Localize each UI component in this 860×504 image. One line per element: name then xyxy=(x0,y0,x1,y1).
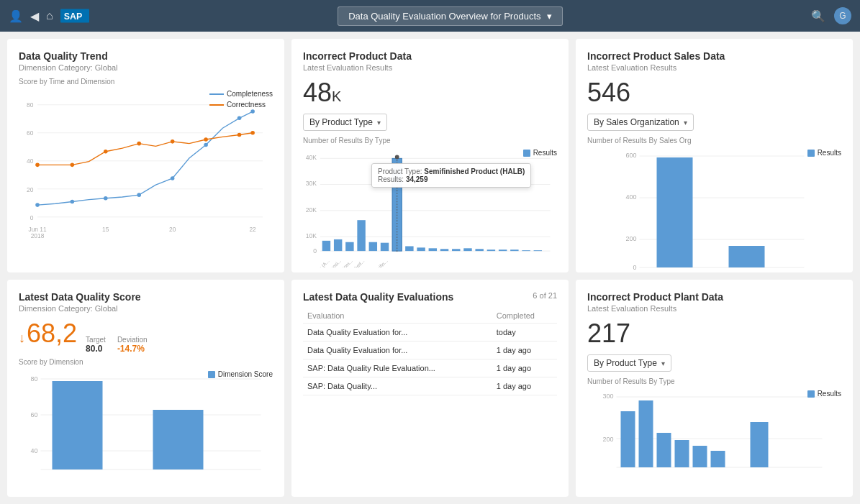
table-row[interactable]: SAP: Data Quality... 1 day ago xyxy=(303,377,557,395)
svg-rect-46 xyxy=(357,220,365,251)
card-incorrect-product: Incorrect Product Data Latest Evaluation… xyxy=(291,39,569,272)
eval-completed-1: today xyxy=(492,324,557,342)
svg-rect-98 xyxy=(657,433,671,467)
table-row[interactable]: SAP: Data Quality Rule Evaluation... 1 d… xyxy=(303,359,557,377)
table-row[interactable]: Data Quality Evaluation for... 1 day ago xyxy=(303,342,557,359)
plant-legend: Results xyxy=(807,390,841,398)
correctness-line xyxy=(209,104,224,106)
trend-title: Data Quality Trend xyxy=(19,50,273,62)
eval-completed-2: 1 day ago xyxy=(492,342,557,359)
table-row[interactable]: Data Quality Evaluation for... today xyxy=(303,324,557,342)
svg-rect-89 xyxy=(53,381,103,469)
svg-rect-96 xyxy=(621,411,635,467)
legend-completeness: Completeness xyxy=(209,90,273,98)
incorrect-sales-title: Incorrect Product Sales Data xyxy=(587,50,841,62)
eval-completed-4: 1 day ago xyxy=(492,377,557,395)
quality-score-title: Latest Data Quality Score xyxy=(19,291,273,303)
incorrect-product-value: 48K xyxy=(303,78,557,108)
incorrect-plant-value: 217 xyxy=(587,319,841,349)
svg-rect-60 xyxy=(487,249,495,251)
svg-point-14 xyxy=(104,196,108,201)
target-label: Target xyxy=(86,336,106,344)
quality-score-value-row: ↓ 68,2 Target 80.0 Deviation -14.7% xyxy=(19,319,273,354)
svg-rect-57 xyxy=(452,249,460,251)
trend-subtitle: Dimension Category: Global xyxy=(19,63,273,72)
user-avatar-icon[interactable]: G xyxy=(834,7,851,24)
svg-text:MDG Sales Org. 0002: MDG Sales Org. 0002 xyxy=(718,272,775,272)
svg-rect-44 xyxy=(334,239,342,251)
completeness-label: Completeness xyxy=(227,90,273,98)
svg-text:0: 0 xyxy=(633,264,636,271)
incorrect-sales-subtitle: Latest Evaluation Results xyxy=(587,63,841,72)
product-type-dropdown[interactable]: By Product Type ▾ xyxy=(303,114,387,131)
svg-text:15: 15 xyxy=(102,226,109,233)
svg-text:0: 0 xyxy=(30,214,34,221)
svg-text:200: 200 xyxy=(625,235,636,242)
quality-score-chart: Dimension Score 80 60 40 xyxy=(19,370,273,485)
svg-point-52 xyxy=(395,155,399,160)
sales-dropdown-label: By Sales Organization xyxy=(594,117,679,127)
correctness-label: Correctness xyxy=(227,101,266,109)
svg-text:30K: 30K xyxy=(306,180,317,187)
svg-rect-47 xyxy=(369,242,377,251)
tooltip-type-label: Product Type: Semifinished Product (HALB… xyxy=(378,168,525,175)
plant-bar-svg: 300 200 xyxy=(587,390,841,480)
svg-rect-97 xyxy=(639,400,653,467)
svg-text:SAP: SAP xyxy=(63,12,81,22)
svg-rect-59 xyxy=(475,249,483,251)
trend-legend: Completeness Correctness xyxy=(209,90,273,109)
tooltip-label: Product Type: xyxy=(378,168,424,175)
card-trend: Data Quality Trend Dimension Category: G… xyxy=(7,39,284,272)
svg-text:0: 0 xyxy=(313,247,317,255)
header-nav-icons: 👤 ◀ ⌂ SAP xyxy=(9,9,89,23)
col-evaluation: Evaluation xyxy=(303,308,492,324)
plant-dropdown-arrow-icon: ▾ xyxy=(661,359,665,367)
card-evaluations: Latest Data Quality Evaluations 6 of 21 … xyxy=(291,280,569,497)
plant-bar-chart: Results 300 200 xyxy=(587,390,841,483)
svg-point-17 xyxy=(204,143,208,147)
svg-point-21 xyxy=(71,163,75,168)
product-chart-label: Number of Results By Type xyxy=(303,137,557,145)
eval-name-1: Data Quality Evaluation for... xyxy=(303,324,492,342)
header-title-button[interactable]: Data Quality Evaluation Overview for Pro… xyxy=(338,6,562,26)
quality-score-legend: Dimension Score xyxy=(208,370,273,378)
svg-text:40: 40 xyxy=(30,447,37,454)
svg-point-13 xyxy=(71,200,75,204)
svg-point-22 xyxy=(104,150,108,154)
svg-rect-101 xyxy=(711,451,725,467)
svg-rect-62 xyxy=(510,249,518,251)
col-completed: Completed xyxy=(492,308,557,324)
svg-rect-78 xyxy=(657,157,693,267)
sales-org-dropdown[interactable]: By Sales Organization ▾ xyxy=(587,114,694,131)
search-icon[interactable]: 🔍 xyxy=(811,9,825,23)
svg-text:60: 60 xyxy=(27,129,34,137)
plant-dropdown-label: By Product Type xyxy=(594,358,657,368)
back-icon[interactable]: ◀ xyxy=(30,9,39,23)
incorrect-product-title: Incorrect Product Data xyxy=(303,50,557,62)
svg-rect-90 xyxy=(153,410,204,469)
quality-score-chart-label: Score by Dimension xyxy=(19,358,273,366)
home-icon[interactable]: ⌂ xyxy=(46,9,53,22)
plant-type-dropdown[interactable]: By Product Type ▾ xyxy=(587,354,671,372)
eval-name-3: SAP: Data Quality Rule Evaluation... xyxy=(303,359,492,377)
tooltip-results-value: 34,259 xyxy=(406,175,428,183)
sap-logo: SAP xyxy=(60,9,89,23)
score-deviation-block: Target 80.0 Deviation -14.7% xyxy=(86,336,148,354)
score-legend-label: Dimension Score xyxy=(218,370,273,378)
svg-point-19 xyxy=(250,109,255,114)
svg-text:80: 80 xyxy=(30,375,37,382)
svg-point-20 xyxy=(35,163,40,168)
sales-chart-label: Number of Results By Sales Org xyxy=(587,137,841,145)
header-title-arrow: ▾ xyxy=(547,11,552,22)
card-quality-score: Latest Data Quality Score Dimension Cate… xyxy=(7,280,284,497)
incorrect-product-subtitle: Latest Evaluation Results xyxy=(303,63,557,72)
svg-point-15 xyxy=(137,193,141,197)
trend-chart-area: Completeness Correctness 80 60 40 20 xyxy=(19,90,273,255)
svg-point-12 xyxy=(35,203,40,207)
plant-chart-label: Number of Results By Type xyxy=(587,377,841,385)
deviation-value: -14.7% xyxy=(117,344,148,354)
svg-text:20: 20 xyxy=(27,186,34,193)
score-down-arrow-icon: ↓ xyxy=(19,331,25,346)
person-icon[interactable]: 👤 xyxy=(9,9,23,23)
card-incorrect-sales: Incorrect Product Sales Data Latest Eval… xyxy=(576,39,853,272)
